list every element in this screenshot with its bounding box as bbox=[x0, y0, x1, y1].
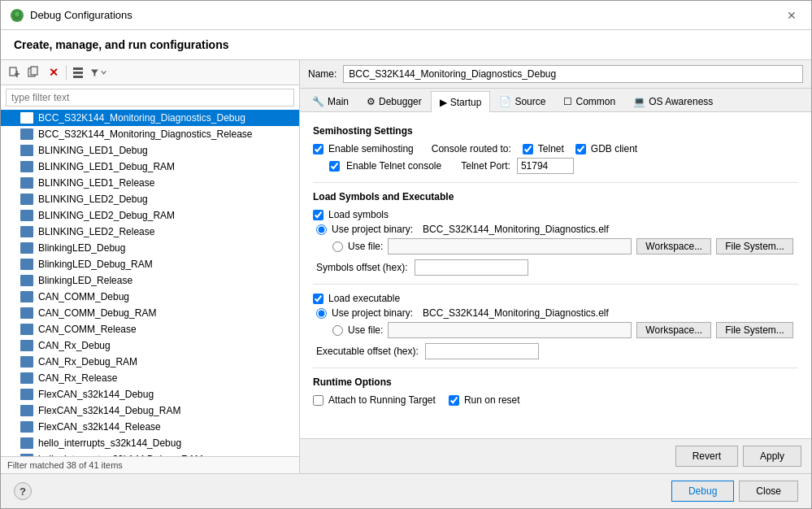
list-item[interactable]: hello_interrupts s32k144 Debug_RAM bbox=[1, 451, 299, 456]
filter-dropdown-button[interactable] bbox=[89, 63, 107, 81]
list-item[interactable]: BlinkingLED_Debug_RAM bbox=[1, 256, 299, 272]
executable-offset-row: Executable offset (hex): bbox=[316, 343, 798, 359]
close-button[interactable]: Close bbox=[739, 481, 798, 502]
config-icon bbox=[20, 389, 33, 400]
enable-semihosting-checkbox[interactable] bbox=[313, 144, 323, 154]
list-item[interactable]: CAN_Rx_Release bbox=[1, 370, 299, 386]
filesystem-button-1[interactable]: File System... bbox=[716, 238, 793, 254]
tab-main[interactable]: 🔧 Main bbox=[303, 91, 358, 111]
close-window-button[interactable]: ✕ bbox=[782, 7, 801, 24]
list-item-label: hello_interrupts_s32k144_Debug bbox=[38, 437, 181, 449]
debugger-tab-icon: ⚙ bbox=[367, 96, 376, 107]
list-item-label: BCC_S32K144_Monitoring_Diagnostics_Debug bbox=[38, 112, 245, 124]
tab-source[interactable]: 📄 Source bbox=[490, 91, 554, 111]
name-input[interactable] bbox=[343, 65, 803, 83]
list-item[interactable]: CAN_Rx_Debug_RAM bbox=[1, 354, 299, 370]
attach-running-target-checkbox[interactable] bbox=[313, 395, 323, 406]
collapse-all-button[interactable] bbox=[70, 63, 88, 81]
file-input-1[interactable] bbox=[388, 238, 632, 254]
copy-config-button[interactable] bbox=[25, 63, 43, 81]
use-file-radio-1[interactable] bbox=[332, 241, 343, 252]
tab-os-awareness[interactable]: 💻 OS Awareness bbox=[624, 91, 722, 111]
new-config-button[interactable] bbox=[6, 63, 24, 81]
window-subtitle: Create, manage, and run configurations bbox=[1, 30, 811, 60]
symbols-offset-row: Symbols offset (hex): bbox=[316, 259, 798, 276]
svg-rect-80 bbox=[21, 411, 33, 412]
svg-rect-43 bbox=[21, 211, 26, 215]
list-item[interactable]: BlinkingLED_Release bbox=[1, 272, 299, 289]
tab-debugger-label: Debugger bbox=[379, 96, 422, 107]
list-item[interactable]: BCC_S32K144_Monitoring_Diagnostics_Debug bbox=[1, 110, 299, 126]
list-item-label: BlinkingLED_Debug bbox=[38, 242, 125, 254]
svg-rect-37 bbox=[21, 178, 26, 182]
list-item[interactable]: CAN_COMM_Debug_RAM bbox=[1, 305, 299, 321]
list-item[interactable]: FlexCAN_s32k144_Debug bbox=[1, 386, 299, 402]
runtime-options-row: Attach to Running Target Run on reset bbox=[313, 394, 798, 406]
workspace-button-2[interactable]: Workspace... bbox=[636, 322, 711, 338]
gdb-client-checkbox[interactable] bbox=[575, 144, 586, 154]
window-title: Debug Configurations bbox=[30, 9, 132, 21]
config-icon bbox=[20, 421, 33, 433]
load-symbols-checkbox[interactable] bbox=[313, 210, 323, 220]
debug-button[interactable]: Debug bbox=[671, 481, 734, 502]
telnet-port-input[interactable] bbox=[517, 158, 574, 174]
filter-input[interactable] bbox=[6, 89, 294, 107]
list-item[interactable]: FlexCAN_s32k144_Release bbox=[1, 419, 299, 435]
use-file-row-1: Use file: Workspace... File System... bbox=[332, 238, 798, 254]
toolbar-separator bbox=[66, 65, 67, 80]
list-item-label: CAN_COMM_Debug bbox=[38, 291, 129, 302]
load-symbols-row: Load symbols bbox=[313, 209, 798, 220]
use-file-label-2: Use file: bbox=[348, 324, 383, 336]
filesystem-button-2[interactable]: File System... bbox=[716, 322, 793, 338]
list-item[interactable]: BLINKING_LED1_Debug_RAM bbox=[1, 159, 299, 175]
config-icon bbox=[20, 112, 33, 124]
list-item-label: BLINKING_LED1_Release bbox=[38, 177, 154, 189]
file-input-2[interactable] bbox=[388, 322, 632, 338]
list-item[interactable]: BLINKING_LED2_Debug_RAM bbox=[1, 207, 299, 224]
tab-debugger[interactable]: ⚙ Debugger bbox=[358, 91, 431, 111]
list-item[interactable]: hello_interrupts_s32k144_Debug bbox=[1, 435, 299, 451]
list-item-label: BLINKING_LED1_Debug_RAM bbox=[38, 161, 175, 172]
executable-offset-input[interactable] bbox=[425, 343, 539, 359]
apply-button[interactable]: Apply bbox=[743, 446, 801, 467]
telnet-checkbox[interactable] bbox=[523, 144, 533, 154]
list-item[interactable]: BLINKING_LED1_Debug bbox=[1, 142, 299, 159]
use-project-binary-radio-1[interactable] bbox=[316, 224, 327, 235]
svg-rect-58 bbox=[21, 292, 26, 296]
svg-rect-14 bbox=[73, 72, 83, 74]
tab-startup-label: Startup bbox=[450, 97, 482, 108]
run-on-reset-checkbox[interactable] bbox=[449, 395, 459, 406]
symbols-offset-input[interactable] bbox=[415, 259, 528, 276]
revert-button[interactable]: Revert bbox=[675, 446, 738, 467]
tab-startup[interactable]: ▶ Startup bbox=[431, 91, 491, 112]
list-item[interactable]: CAN_COMM_Debug bbox=[1, 289, 299, 305]
delete-config-button[interactable]: ✕ bbox=[45, 63, 63, 81]
use-project-binary-radio-2[interactable] bbox=[316, 308, 327, 319]
list-item[interactable]: BLINKING_LED2_Debug bbox=[1, 191, 299, 207]
svg-rect-13 bbox=[73, 67, 83, 70]
divider-3 bbox=[313, 368, 798, 368]
list-item[interactable]: BlinkingLED_Debug bbox=[1, 240, 299, 256]
config-icon bbox=[20, 194, 33, 205]
enable-telnet-checkbox[interactable] bbox=[329, 161, 340, 172]
list-item-label: CAN_COMM_Debug_RAM bbox=[38, 307, 156, 319]
list-item[interactable]: FlexCAN_s32k144_Debug_RAM bbox=[1, 402, 299, 419]
use-file-radio-2[interactable] bbox=[332, 325, 343, 336]
config-icon bbox=[20, 177, 33, 189]
load-executable-checkbox[interactable] bbox=[313, 294, 323, 304]
tab-common[interactable]: ☐ Common bbox=[554, 91, 624, 111]
startup-panel: Semihosting Settings Enable semihosting … bbox=[300, 112, 811, 438]
list-item[interactable]: BLINKING_LED1_Release bbox=[1, 175, 299, 191]
list-item[interactable]: BLINKING_LED2_Release bbox=[1, 224, 299, 240]
list-item[interactable]: CAN_COMM_Release bbox=[1, 321, 299, 337]
semihosting-section-title: Semihosting Settings bbox=[313, 125, 798, 137]
help-button[interactable]: ? bbox=[14, 482, 32, 500]
load-executable-label: Load executable bbox=[328, 293, 400, 304]
tab-bar: 🔧 Main ⚙ Debugger ▶ Startup 📄 Source ☐ bbox=[300, 89, 811, 112]
list-item[interactable]: CAN_Rx_Debug bbox=[1, 337, 299, 354]
svg-rect-50 bbox=[21, 248, 33, 250]
workspace-button-1[interactable]: Workspace... bbox=[636, 238, 711, 254]
config-icon bbox=[20, 128, 33, 140]
list-item[interactable]: BCC_S32K144_Monitoring_Diagnostics_Relea… bbox=[1, 126, 299, 142]
config-icon bbox=[20, 324, 33, 335]
